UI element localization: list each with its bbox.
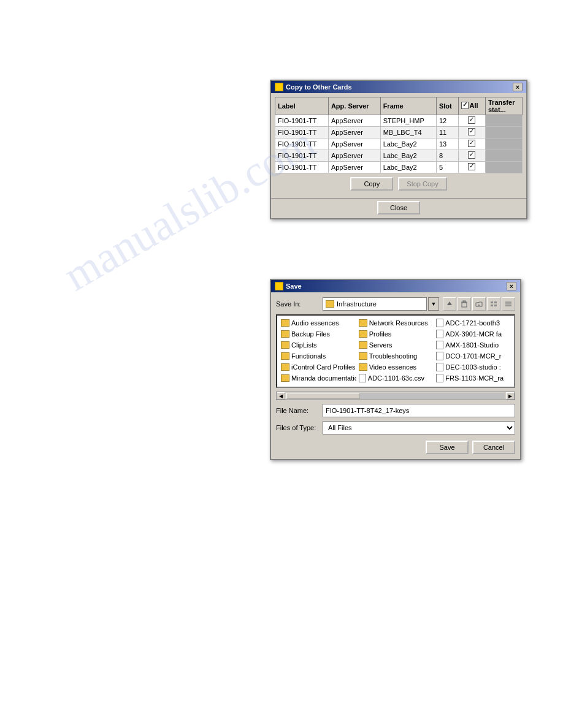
list-item[interactable]: DEC-1003-studio : [435, 362, 511, 372]
copy-to-other-cards-dialog: Copy to Other Cards × Label App. Server … [270, 80, 527, 219]
list-item[interactable]: Backup Files [280, 329, 356, 339]
row4-checkbox[interactable] [468, 151, 475, 159]
col-frame: Frame [380, 97, 436, 115]
col-transfer-stat: Transfer stat... [486, 97, 523, 115]
all-checkbox[interactable] [461, 102, 469, 109]
folder-icon [281, 319, 289, 327]
col-label: Label [275, 97, 329, 115]
col-app-server: App. Server [328, 97, 380, 115]
files-of-type-row: Files of Type: All Files [276, 421, 515, 434]
close-button[interactable]: Close [377, 201, 420, 214]
list-item[interactable]: Video essences [358, 362, 434, 372]
svg-rect-7 [491, 305, 493, 306]
navigate-up-button[interactable] [443, 297, 456, 311]
save-dialog-title: Save [275, 282, 302, 290]
row3-checkbox[interactable] [468, 140, 475, 147]
folder-icon [281, 352, 289, 360]
file-browser[interactable]: Audio essences Network Resources ADC-172… [276, 314, 515, 388]
list-item[interactable]: iControl Card Profiles [280, 362, 356, 372]
table-row: FIO-1901-TT AppServer Labc_Bay2 13 [275, 138, 523, 150]
svg-rect-5 [491, 301, 493, 303]
list-item[interactable]: Profiles [358, 329, 434, 339]
save-in-dropdown-arrow[interactable]: ▼ [428, 297, 439, 311]
list-item[interactable]: Network Resources [358, 318, 434, 328]
svg-rect-0 [462, 303, 467, 307]
table-row: FIO-1901-TT AppServer Labc_Bay2 8 [275, 150, 523, 162]
file-icon [436, 330, 443, 338]
list-item[interactable]: Servers [358, 340, 434, 350]
folder-icon [359, 330, 367, 338]
save-button[interactable]: Save [426, 441, 469, 454]
stop-copy-button[interactable]: Stop Copy [398, 177, 446, 191]
save-in-combo: Infrastructure ▼ [323, 297, 439, 311]
list-item[interactable]: Audio essences [280, 318, 356, 328]
file-name-input[interactable] [323, 404, 515, 417]
folder-icon [281, 341, 289, 349]
save-dialog-titlebar: Save × [271, 280, 520, 292]
folder-icon [281, 363, 289, 371]
file-icon [436, 363, 443, 371]
title-icon [275, 83, 283, 91]
files-of-type-select-container: All Files [323, 421, 515, 434]
table-row: FIO-1901-TT AppServer MB_LBC_T4 11 [275, 127, 523, 138]
file-icon [436, 341, 443, 349]
save-dialog-button-row: Save Cancel [276, 438, 515, 454]
save-dialog: Save × Save In: Infrastructure ▼ [270, 279, 521, 460]
file-icon [359, 374, 366, 382]
svg-rect-6 [494, 301, 497, 303]
save-toolbar [443, 297, 515, 311]
col-slot: Slot [436, 97, 458, 115]
cards-table: Label App. Server Frame Slot All Transfe… [275, 97, 523, 173]
copy-button[interactable]: Copy [350, 177, 393, 191]
save-in-label: Save In: [276, 300, 319, 308]
cancel-button[interactable]: Cancel [472, 441, 515, 454]
list-item[interactable]: Troubleshooting [358, 351, 434, 361]
folder-icon [359, 319, 367, 327]
scrollbar-thumb[interactable] [286, 393, 360, 399]
view-details-button[interactable] [502, 297, 515, 311]
files-of-type-label: Files of Type: [276, 424, 319, 431]
file-name-label: File Name: [276, 407, 319, 414]
row1-checkbox[interactable] [468, 116, 475, 124]
list-item[interactable]: DCO-1701-MCR_r [435, 351, 511, 361]
list-item[interactable]: ClipLists [280, 340, 356, 350]
delete-button[interactable] [458, 297, 471, 311]
row2-checkbox[interactable] [468, 128, 475, 135]
folder-icon [359, 352, 367, 360]
dialog1-content: Label App. Server Frame Slot All Transfe… [271, 93, 526, 198]
file-icon [436, 374, 443, 382]
save-in-combobox[interactable]: Infrastructure [323, 297, 427, 311]
folder-icon [281, 330, 289, 338]
new-folder-button[interactable] [472, 297, 486, 311]
scroll-left-button[interactable]: ◀ [277, 392, 285, 400]
horizontal-scrollbar[interactable]: ◀ ▶ [276, 392, 515, 400]
col-all[interactable]: All [458, 97, 485, 115]
list-item[interactable]: FRS-1103-MCR_ra [435, 373, 511, 383]
dialog1-close-x-button[interactable]: × [513, 83, 523, 91]
dialog1-title: Copy to Other Cards [275, 83, 352, 91]
list-item[interactable]: Functionals [280, 351, 356, 361]
folder-icon [359, 341, 367, 349]
list-item[interactable]: ADX-3901-MCR fa [435, 329, 511, 339]
list-item[interactable]: AMX-1801-Studio [435, 340, 511, 350]
dialog1-titlebar: Copy to Other Cards × [271, 81, 526, 93]
scroll-right-button[interactable]: ▶ [506, 392, 515, 400]
table-row: FIO-1901-TT AppServer Labc_Bay2 5 [275, 162, 523, 173]
file-name-row: File Name: [276, 404, 515, 417]
folder-icon [326, 300, 334, 308]
view-list-button[interactable] [487, 297, 500, 311]
save-dialog-content: Save In: Infrastructure ▼ [271, 292, 520, 459]
list-item[interactable]: Miranda documentation [280, 373, 356, 383]
files-of-type-select[interactable]: All Files [323, 421, 515, 434]
list-item[interactable]: ADC-1721-booth3 [435, 318, 511, 328]
row5-checkbox[interactable] [468, 163, 475, 170]
dialog1-close-row: Close [271, 198, 526, 218]
list-item[interactable]: ADC-1101-63c.csv [358, 373, 434, 383]
save-dialog-close-x-button[interactable]: × [507, 282, 516, 290]
file-icon [436, 352, 443, 360]
folder-icon [281, 374, 289, 382]
save-in-row: Save In: Infrastructure ▼ [276, 297, 515, 311]
folder-icon [359, 363, 367, 371]
scrollbar-track[interactable] [286, 393, 505, 399]
save-title-icon [275, 282, 283, 290]
